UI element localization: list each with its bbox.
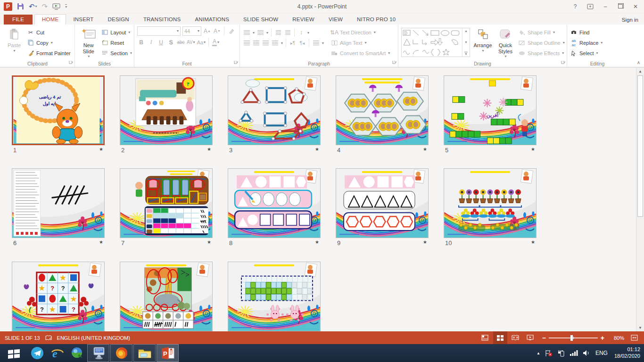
slide-thumbnail-image[interactable] [228, 75, 321, 145]
slide-thumbnail-7[interactable]: 7★ [120, 168, 213, 247]
text-direction-button[interactable]: ⇅AText Direction▾ [330, 27, 390, 37]
tab-home[interactable]: HOME [34, 14, 66, 25]
tab-design[interactable]: DESIGN [101, 15, 136, 25]
align-center-icon[interactable] [252, 41, 260, 45]
shape-fill-button[interactable]: Shape Fill▾ [518, 27, 565, 37]
restore-button[interactable] [614, 1, 627, 12]
gallery-up-icon[interactable]: ▲ [464, 29, 468, 33]
scroll-down-icon[interactable]: ▼ [636, 324, 644, 331]
slide-thumbnail-4[interactable]: 4★ [336, 75, 429, 154]
slide-indicator[interactable]: SLIDE 1 OF 13 [5, 335, 40, 341]
dialog-launcher-icon[interactable] [561, 58, 566, 66]
cut-button[interactable]: ✂Cut [27, 27, 71, 37]
taskbar-idm-button[interactable] [67, 344, 87, 362]
slide-thumbnail-image[interactable] [336, 168, 429, 238]
slide-thumbnail-3[interactable]: 3★ [228, 75, 321, 154]
start-from-beginning-button[interactable] [52, 3, 60, 10]
collapse-ribbon-icon[interactable]: ∧ [637, 60, 640, 65]
tab-nitro-pro[interactable]: NITRO PRO 10 [350, 15, 403, 25]
save-button[interactable] [17, 3, 24, 10]
taskbar-firefox-button[interactable] [110, 344, 132, 362]
align-text-button[interactable]: Align Text▾ [330, 38, 390, 48]
shape-effects-button[interactable]: Shape Effects▾ [518, 48, 565, 58]
slide-thumbnail-image[interactable] [444, 168, 537, 238]
ribbon-display-options-button[interactable] [584, 1, 597, 12]
slide-thumbnail-image[interactable]: ★★??★?★? [12, 262, 105, 331]
spellcheck-button[interactable] [45, 335, 52, 341]
font-name-combo[interactable]: ▾ [137, 26, 181, 36]
font-size-combo[interactable]: 44▾ [182, 26, 201, 36]
tab-review[interactable]: REVIEW [285, 15, 322, 25]
convert-smartart-button[interactable]: Convert to SmartArt▾ [330, 48, 390, 58]
power-button[interactable] [557, 350, 565, 357]
ltr-direction-icon[interactable]: ▸¶ [289, 41, 297, 46]
help-button[interactable]: ? [569, 1, 582, 12]
layout-button[interactable]: Layout▾ [101, 27, 132, 37]
slide-thumbnail-8[interactable]: 8★ [228, 168, 321, 247]
dialog-launcher-icon[interactable] [69, 58, 74, 66]
columns-icon[interactable] [312, 41, 320, 45]
grow-font-button[interactable]: A▲ [203, 26, 211, 35]
bullets-icon[interactable] [243, 30, 250, 35]
zoom-slider-handle[interactable] [570, 335, 573, 341]
redo-button[interactable]: ↷ [42, 2, 48, 11]
tab-transitions[interactable]: TRANSITIONS [136, 15, 188, 25]
slide-thumbnail-11[interactable]: ★★??★?★? [12, 262, 105, 331]
strikethrough-button[interactable]: abc [177, 38, 185, 47]
minimize-button[interactable]: – [599, 1, 612, 12]
slide-thumbnail-image[interactable] [228, 262, 321, 331]
align-right-icon[interactable] [262, 41, 269, 45]
clear-formatting-icon[interactable] [227, 26, 235, 35]
decrease-indent-icon[interactable] [274, 30, 282, 35]
taskbar-powerpoint-button[interactable]: P [157, 344, 179, 362]
view-normal-button[interactable] [478, 331, 492, 344]
copy-button[interactable]: Copy▾ [27, 38, 71, 48]
gallery-down-icon[interactable]: ▼ [464, 41, 468, 44]
zoom-in-button[interactable]: + [601, 334, 604, 342]
view-slideshow-button[interactable] [523, 331, 537, 344]
slide-thumbnail-image[interactable] [228, 168, 321, 238]
shape-outline-button[interactable]: Shape Outline▾ [518, 38, 565, 48]
taskbar-osk-button[interactable] [87, 344, 109, 362]
volume-button[interactable] [583, 350, 591, 356]
scrollbar-thumb[interactable] [637, 75, 643, 217]
align-left-icon[interactable] [243, 41, 250, 45]
shapes-gallery[interactable]: ▲ ▼ ▼ [401, 28, 470, 57]
character-spacing-button[interactable]: AV▾ [187, 38, 195, 47]
change-case-button[interactable]: Aa▾ [197, 38, 206, 47]
find-button[interactable]: Find [570, 27, 603, 37]
italic-button[interactable]: I [147, 38, 155, 47]
clock[interactable]: 01:12 18/02/2020 [612, 346, 640, 360]
taskbar-telegram-button[interactable] [27, 344, 47, 362]
action-center-button[interactable] [545, 350, 553, 357]
line-spacing-icon[interactable]: ↕ [297, 29, 305, 36]
tray-language-indicator[interactable]: ENG [595, 350, 608, 356]
increase-indent-icon[interactable] [284, 30, 291, 35]
slide-thumbnail-image[interactable] [120, 168, 213, 238]
scroll-up-icon[interactable]: ▲ [636, 67, 644, 75]
customize-qat-button[interactable]: ▾ [65, 4, 67, 9]
slide-thumbnail-9[interactable]: 9★ [336, 168, 429, 247]
view-slide-sorter-button[interactable] [493, 331, 507, 344]
underline-button[interactable]: U [157, 38, 165, 47]
slide-thumbnail-2[interactable]: ۴ 2★ [120, 75, 213, 154]
hidden-icons-button[interactable]: ▲ [537, 351, 540, 355]
sign-in-link[interactable]: Sign in [622, 17, 638, 23]
slide-thumbnail-image[interactable] [120, 262, 213, 331]
slide-thumbnail-12[interactable] [120, 262, 213, 331]
slide-thumbnail-13[interactable] [228, 262, 321, 331]
slide-thumbnail-6[interactable]: 6★ [12, 168, 105, 247]
zoom-out-button[interactable]: − [542, 334, 546, 342]
close-button[interactable]: ✕ [629, 1, 642, 12]
tab-insert[interactable]: INSERT [66, 15, 100, 25]
tab-file[interactable]: FILE [4, 15, 33, 25]
tab-view[interactable]: VIEW [322, 15, 350, 25]
rtl-direction-icon[interactable]: ¶◂ [298, 41, 306, 46]
section-button[interactable]: Section▾ [101, 48, 132, 58]
slide-thumbnail-image[interactable] [12, 168, 105, 238]
numbering-icon[interactable] [256, 30, 264, 35]
zoom-level[interactable]: 80% [609, 335, 624, 341]
tab-animations[interactable]: ANIMATIONS [188, 15, 236, 25]
bold-button[interactable]: B [137, 38, 145, 47]
slide-thumbnail-image[interactable]: آفرین [444, 75, 537, 145]
